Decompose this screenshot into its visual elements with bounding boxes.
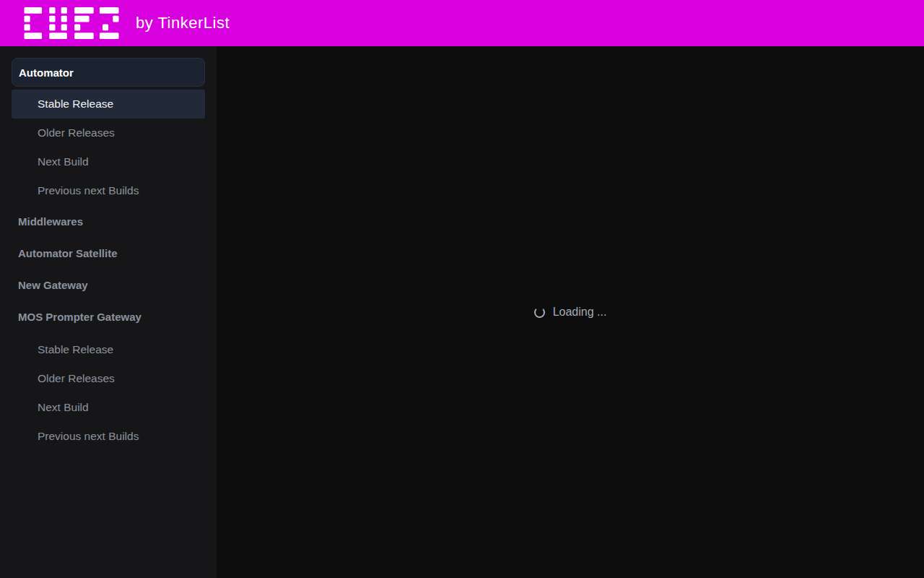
sidebar: Automator Stable Release Older Releases … bbox=[0, 46, 217, 578]
sidebar-item-stable-release[interactable]: Stable Release bbox=[12, 90, 205, 118]
sidebar-item-label: Previous next Builds bbox=[38, 184, 139, 197]
sidebar-item-mos-prompter-gateway[interactable]: MOS Prompter Gateway bbox=[12, 301, 205, 332]
app-body: Automator Stable Release Older Releases … bbox=[0, 46, 924, 578]
sidebar-item-older-releases[interactable]: Older Releases bbox=[12, 118, 205, 147]
cuez-logo-icon bbox=[20, 7, 123, 39]
sidebar-item-automator-satellite[interactable]: Automator Satellite bbox=[12, 237, 205, 269]
sidebar-item-previous-next-builds[interactable]: Previous next Builds bbox=[12, 176, 205, 205]
sidebar-item-next-build[interactable]: Next Build bbox=[12, 147, 205, 176]
byline: by TinkerList bbox=[136, 14, 230, 33]
sidebar-item-label: Stable Release bbox=[38, 98, 113, 111]
sidebar-item-label: Previous next Builds bbox=[38, 430, 139, 443]
sidebar-item-label: Next Build bbox=[38, 155, 89, 168]
sidebar-item-new-gateway[interactable]: New Gateway bbox=[12, 269, 205, 301]
main-content: Loading ... bbox=[217, 46, 924, 578]
sidebar-item-middlewares[interactable]: Middlewares bbox=[12, 205, 205, 237]
loading-text: Loading ... bbox=[553, 306, 607, 319]
loading-indicator: Loading ... bbox=[534, 306, 607, 319]
sidebar-item-label: Automator Satellite bbox=[18, 247, 118, 259]
sidebar-item-automator[interactable]: Automator bbox=[12, 58, 205, 87]
sidebar-item-label: Next Build bbox=[38, 401, 89, 414]
sidebar-item-label: Automator bbox=[19, 66, 74, 79]
sidebar-item-label: Middlewares bbox=[18, 215, 83, 228]
sidebar-item-label: New Gateway bbox=[18, 279, 88, 291]
sidebar-item-label: Older Releases bbox=[38, 372, 115, 385]
sidebar-item-label: Stable Release bbox=[38, 343, 113, 356]
sidebar-item-next-build-2[interactable]: Next Build bbox=[12, 393, 205, 422]
sidebar-item-label: Older Releases bbox=[38, 126, 115, 139]
sidebar-item-stable-release-2[interactable]: Stable Release bbox=[12, 335, 205, 364]
sidebar-item-previous-next-builds-2[interactable]: Previous next Builds bbox=[12, 422, 205, 451]
sidebar-item-older-releases-2[interactable]: Older Releases bbox=[12, 364, 205, 393]
sidebar-item-label: MOS Prompter Gateway bbox=[18, 311, 141, 323]
app-header: by TinkerList bbox=[0, 0, 924, 46]
spinner-icon bbox=[534, 307, 545, 318]
